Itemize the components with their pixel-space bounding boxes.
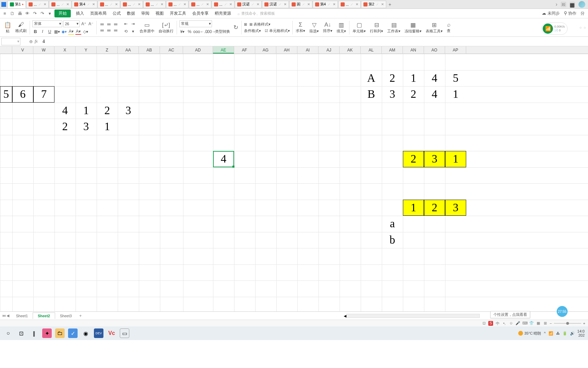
- file-tab[interactable]: ...⟋✕: [98, 1, 120, 8]
- col-header[interactable]: X: [54, 46, 76, 53]
- file-tab[interactable]: 第4⟋✕: [72, 1, 97, 8]
- border-button[interactable]: ▦▾: [54, 29, 60, 35]
- file-tab[interactable]: ...⟋✕: [189, 1, 211, 8]
- cell[interactable]: 2: [54, 119, 76, 135]
- italic-button[interactable]: I: [39, 29, 46, 35]
- share-button[interactable]: 分: [581, 11, 585, 16]
- pin-icon[interactable]: ⟋: [251, 2, 255, 6]
- clock[interactable]: 14:0202: [577, 329, 585, 337]
- menu-item[interactable]: 插入: [73, 11, 87, 16]
- menu-start[interactable]: 开始: [54, 10, 71, 17]
- align-grid[interactable]: [99, 22, 119, 33]
- col-header[interactable]: AO: [424, 46, 445, 53]
- pin-icon[interactable]: ⟋: [224, 2, 227, 6]
- file-tab[interactable]: ...⟋✕: [212, 1, 234, 8]
- sheet-button[interactable]: ▤工作表▾: [385, 20, 403, 35]
- col-header[interactable]: AF: [234, 46, 255, 53]
- file-tab[interactable]: 汉诺⟋✕: [235, 1, 262, 8]
- decrease-decimal-icon[interactable]: .00→: [208, 29, 214, 35]
- close-icon[interactable]: ✕: [333, 2, 336, 6]
- cell[interactable]: 4: [54, 103, 76, 119]
- increase-font-icon[interactable]: A⁺: [81, 21, 87, 27]
- cell[interactable]: A: [361, 70, 382, 87]
- file-tab[interactable]: ...⟋✕: [120, 1, 143, 8]
- emoji-icon[interactable]: ☺: [509, 321, 513, 326]
- mic-icon[interactable]: 🎤: [516, 321, 520, 326]
- sheet-tab[interactable]: Sheet2: [33, 312, 55, 319]
- spreadsheet-grid[interactable]: VWXYZAAABACADAEAFAGAHAIAJAKALAMANAOAP 56…: [0, 46, 588, 311]
- bold-button[interactable]: B: [32, 29, 38, 35]
- menu-item[interactable]: 数据: [124, 11, 138, 16]
- app3-icon[interactable]: ▭: [120, 328, 129, 338]
- pin-icon[interactable]: ⟋: [87, 2, 90, 6]
- user-avatar[interactable]: [578, 1, 585, 8]
- pin-icon[interactable]: ⟋: [110, 2, 113, 6]
- font-color-button[interactable]: A▾: [75, 29, 81, 35]
- cell-button[interactable]: ▢单元格▾: [350, 20, 368, 35]
- tray-wifi-icon[interactable]: 📶: [549, 331, 553, 336]
- indent-right-icon[interactable]: ⇥: [130, 21, 136, 27]
- col-header[interactable]: AI: [297, 46, 318, 53]
- menu-item[interactable]: 页面布局: [87, 11, 110, 16]
- close-icon[interactable]: ✕: [307, 2, 310, 6]
- column-headers[interactable]: VWXYZAAABACADAEAFAGAHAIAJAKALAMANAOAP: [0, 46, 588, 54]
- col-header[interactable]: V: [12, 46, 33, 53]
- pin-icon[interactable]: ⟋: [327, 2, 331, 6]
- cell[interactable]: b: [382, 232, 403, 248]
- file-tab[interactable]: 困⟋✕: [289, 1, 312, 8]
- close-icon[interactable]: ✕: [115, 2, 118, 6]
- col-header[interactable]: AJ: [318, 46, 340, 53]
- new-tab-button[interactable]: +: [387, 2, 393, 7]
- command-search[interactable]: ⌕ 查找命令、搜索模板: [238, 11, 275, 16]
- cell[interactable]: 4: [424, 70, 445, 87]
- zoom-slider[interactable]: [554, 323, 581, 324]
- pin-icon[interactable]: ⟋: [376, 2, 379, 6]
- col-header[interactable]: AP: [445, 46, 466, 53]
- col-header[interactable]: AC: [160, 46, 183, 53]
- dropdown-icon[interactable]: ▾: [47, 11, 52, 16]
- settings-icon[interactable]: ○: [584, 26, 586, 30]
- zoom-in-icon[interactable]: +: [583, 321, 585, 325]
- explorer-icon[interactable]: 🗀: [55, 328, 65, 338]
- apps-icon[interactable]: ▦: [570, 2, 575, 7]
- sheet-tab[interactable]: Sheet1: [11, 313, 33, 319]
- close-icon[interactable]: ✕: [284, 2, 287, 6]
- cell[interactable]: 5: [445, 70, 466, 87]
- name-box[interactable]: ▾: [1, 38, 20, 45]
- pin-icon[interactable]: ⟋: [201, 2, 204, 6]
- file-tab[interactable]: 汉诺⟋✕: [262, 1, 289, 8]
- pin-icon[interactable]: ⟋: [38, 2, 42, 6]
- cell[interactable]: a: [382, 216, 403, 232]
- number-format-select[interactable]: 常规▾: [179, 20, 212, 27]
- pin-icon[interactable]: ⟋: [350, 2, 354, 6]
- close-icon[interactable]: ✕: [44, 2, 46, 6]
- vc-icon[interactable]: Vc: [107, 328, 116, 338]
- dev-icon[interactable]: DEV: [94, 328, 103, 338]
- cell[interactable]: 1: [403, 200, 424, 216]
- close-icon[interactable]: ✕: [183, 2, 186, 6]
- sum-button[interactable]: Σ求和▾: [294, 20, 307, 35]
- file-tab-active[interactable]: 第1•: [7, 1, 26, 8]
- col-header[interactable]: AK: [340, 46, 361, 53]
- pin-icon[interactable]: ⟋: [61, 2, 64, 6]
- cell[interactable]: 4: [213, 151, 234, 167]
- close-icon[interactable]: ✕: [381, 2, 384, 6]
- font-select[interactable]: 宋体▾: [32, 20, 62, 27]
- col-header[interactable]: AE: [213, 46, 234, 53]
- paste-button[interactable]: 📋粘: [2, 20, 13, 35]
- cell[interactable]: 3: [76, 119, 97, 135]
- orientation-icon[interactable]: ⟲: [123, 28, 129, 34]
- chrome-icon[interactable]: ◉: [81, 328, 91, 338]
- align-left-icon[interactable]: [99, 28, 105, 33]
- format-painter-button[interactable]: 🖌格式刷: [13, 20, 29, 35]
- col-header[interactable]: AA: [118, 46, 139, 53]
- fill-color-button[interactable]: ◆▾: [61, 29, 67, 35]
- col-header[interactable]: AB: [139, 46, 160, 53]
- underline-button[interactable]: U: [47, 29, 53, 35]
- currency-icon[interactable]: ¥▾: [179, 29, 185, 35]
- menu-item[interactable]: 开发工具: [167, 11, 189, 16]
- collab-button[interactable]: ⚲ 协作: [564, 11, 576, 16]
- col-header[interactable]: AD: [183, 46, 213, 53]
- cell[interactable]: 2: [97, 103, 118, 119]
- cell[interactable]: 4: [424, 86, 445, 103]
